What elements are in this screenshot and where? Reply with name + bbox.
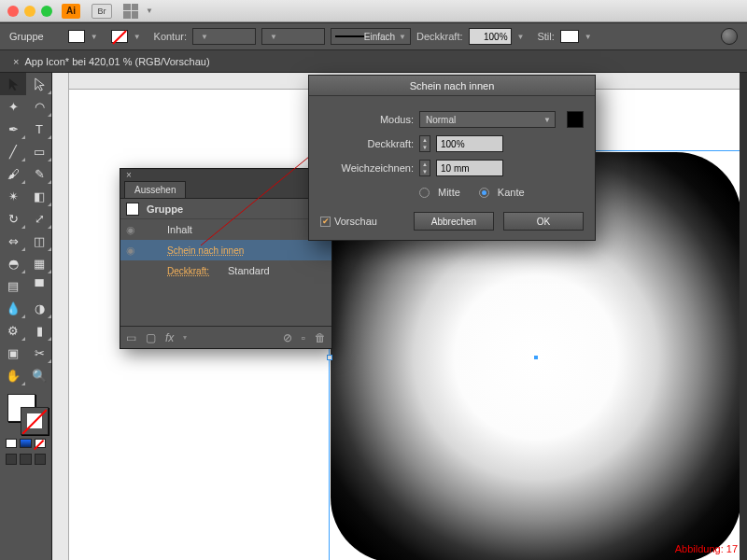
width-tool[interactable]: ⇔ xyxy=(0,230,26,252)
blur-stepper[interactable]: ▲▼ xyxy=(419,160,430,176)
color-mode-button[interactable] xyxy=(6,439,17,448)
eyedropper-tool[interactable]: 💧 xyxy=(0,297,26,319)
type-tool[interactable]: T xyxy=(26,118,52,140)
chevron-down-icon: ▼ xyxy=(134,33,141,41)
chevron-down-icon: ▼ xyxy=(146,7,153,15)
appearance-target-label: Gruppe xyxy=(147,203,183,215)
blur-field[interactable]: 10 mm xyxy=(436,160,503,176)
recolor-button[interactable] xyxy=(721,28,738,45)
appearance-opacity-link[interactable]: Deckkraft: xyxy=(167,266,209,276)
appearance-opacity-row[interactable]: Deckkraft: Standard xyxy=(120,260,331,281)
close-window-button[interactable] xyxy=(7,6,19,17)
inner-glow-dialog[interactable]: Schein nach innen Modus: Normal▼ Deckkra… xyxy=(308,75,596,241)
zoom-tool[interactable]: 🔍 xyxy=(26,364,52,386)
panel-tab-appearance[interactable]: Aussehen xyxy=(124,181,186,198)
free-transform-tool[interactable]: ◫ xyxy=(26,230,52,252)
perspective-grid-tool[interactable]: ▦ xyxy=(26,252,52,274)
appearance-contents-row[interactable]: ◉ Inhalt xyxy=(120,219,331,240)
direct-selection-tool[interactable] xyxy=(26,73,52,95)
window-titlebar: Ai Br ▼ xyxy=(0,0,747,22)
opacity-stepper[interactable]: ▲▼ xyxy=(419,135,430,152)
style-label: Stil: xyxy=(537,31,554,42)
new-stroke-button[interactable]: ▭ xyxy=(126,331,136,344)
pencil-tool[interactable]: ✎ xyxy=(26,162,52,185)
stroke-label: Kontur: xyxy=(154,31,187,42)
document-tab-strip: × App Icon* bei 420,01 % (RGB/Vorschau) xyxy=(0,50,747,73)
visibility-toggle[interactable]: ◉ xyxy=(126,224,139,236)
selection-tool[interactable] xyxy=(0,73,26,95)
vertical-ruler[interactable] xyxy=(52,73,69,560)
gradient-mode-button[interactable] xyxy=(20,439,31,448)
blend-tool[interactable]: ◑ xyxy=(26,297,52,319)
column-graph-tool[interactable]: ▮ xyxy=(26,319,52,342)
lasso-tool[interactable]: ◠ xyxy=(26,95,52,118)
none-mode-button[interactable] xyxy=(35,439,46,448)
mesh-tool[interactable]: ▤ xyxy=(0,274,26,297)
scale-tool[interactable]: ⤢ xyxy=(26,207,52,230)
glow-color-swatch[interactable] xyxy=(567,111,584,128)
screen-mode-normal[interactable] xyxy=(6,454,17,465)
mode-dropdown[interactable]: Normal▼ xyxy=(419,111,556,128)
right-panel-strip xyxy=(740,73,747,560)
symbol-sprayer-tool[interactable]: ⚙ xyxy=(0,319,26,342)
chevron-down-icon: ▼ xyxy=(585,33,592,41)
hand-tool[interactable]: ✋ xyxy=(0,364,26,386)
magic-wand-tool[interactable]: ✦ xyxy=(0,95,26,118)
color-mode-row xyxy=(0,437,51,450)
opacity-field[interactable]: 100% xyxy=(436,135,503,152)
blur-label: Weichzeichnen: xyxy=(320,162,414,174)
dialog-opacity-label: Deckkraft: xyxy=(320,138,414,149)
line-tool[interactable]: ╱ xyxy=(0,140,26,162)
gradient-tool[interactable]: ▀ xyxy=(26,274,52,297)
appearance-effect-row[interactable]: ◉ Schein nach innen xyxy=(120,240,331,260)
edge-radio[interactable] xyxy=(479,188,489,198)
stroke-weight-dropdown[interactable]: ▼ xyxy=(192,28,256,45)
add-effect-button[interactable]: fx xyxy=(165,331,174,344)
panel-grip[interactable]: × xyxy=(120,169,331,180)
new-fill-button[interactable]: ▢ xyxy=(146,331,156,344)
control-bar: Gruppe ▼ ▼ Kontur: ▼ ▼ Einfach▼ Deckkraf… xyxy=(0,22,747,50)
eraser-tool[interactable]: ◧ xyxy=(26,185,52,207)
zoom-window-button[interactable] xyxy=(41,6,52,17)
preview-label: Vorschau xyxy=(334,216,377,227)
selection-type-label: Gruppe xyxy=(9,31,44,42)
stroke-indicator[interactable] xyxy=(21,407,49,435)
duplicate-item-button[interactable]: ▫ xyxy=(302,331,305,344)
rotate-tool[interactable]: ↻ xyxy=(0,207,26,230)
document-tab[interactable]: App Icon* bei 420,01 % (RGB/Vorschau) xyxy=(24,56,209,67)
ok-button[interactable]: OK xyxy=(503,212,584,231)
bridge-button[interactable]: Br xyxy=(92,4,112,19)
clear-appearance-button[interactable]: ⊘ xyxy=(283,331,292,344)
rectangle-tool[interactable]: ▭ xyxy=(26,140,52,162)
shape-builder-tool[interactable]: ◓ xyxy=(0,252,26,274)
style-swatch[interactable] xyxy=(560,30,579,43)
resize-handle[interactable] xyxy=(327,355,332,360)
close-tab-button[interactable]: × xyxy=(13,56,19,67)
fill-stroke-control[interactable] xyxy=(6,392,46,435)
brush-dropdown[interactable]: ▼ xyxy=(261,28,325,45)
artboard-tool[interactable]: ▣ xyxy=(0,342,26,364)
panel-footer: ▭ ▢ fx ▾ ⊘ ▫ 🗑 xyxy=(120,326,331,348)
cancel-button[interactable]: Abbrechen xyxy=(414,212,494,231)
appearance-effect-link[interactable]: Schein nach innen xyxy=(167,245,244,256)
appearance-panel[interactable]: × Aussehen ▾≡ Gruppe ◉ Inhalt ◉ Schein n… xyxy=(120,168,332,349)
screen-mode-presentation[interactable] xyxy=(35,454,46,465)
blob-brush-tool[interactable]: ✴ xyxy=(0,185,26,207)
pen-tool[interactable]: ✒ xyxy=(0,118,26,140)
minimize-window-button[interactable] xyxy=(24,6,35,17)
slice-tool[interactable]: ✂ xyxy=(26,342,52,364)
opacity-input[interactable]: 100% xyxy=(469,28,512,45)
arrange-documents-button[interactable] xyxy=(123,4,138,19)
appearance-contents-label: Inhalt xyxy=(167,224,192,235)
center-radio[interactable] xyxy=(419,188,430,198)
fill-swatch[interactable] xyxy=(68,30,85,43)
stroke-profile-dropdown[interactable]: Einfach▼ xyxy=(331,28,411,45)
stroke-swatch[interactable] xyxy=(111,30,128,43)
preview-checkbox[interactable]: ✔ xyxy=(320,217,331,227)
paintbrush-tool[interactable]: 🖌 xyxy=(0,162,26,185)
screen-mode-full[interactable] xyxy=(20,454,31,465)
thumbnail-icon xyxy=(126,203,139,216)
delete-item-button[interactable]: 🗑 xyxy=(315,331,326,344)
visibility-toggle[interactable]: ◉ xyxy=(126,245,139,257)
opacity-label: Deckkraft: xyxy=(416,31,463,42)
